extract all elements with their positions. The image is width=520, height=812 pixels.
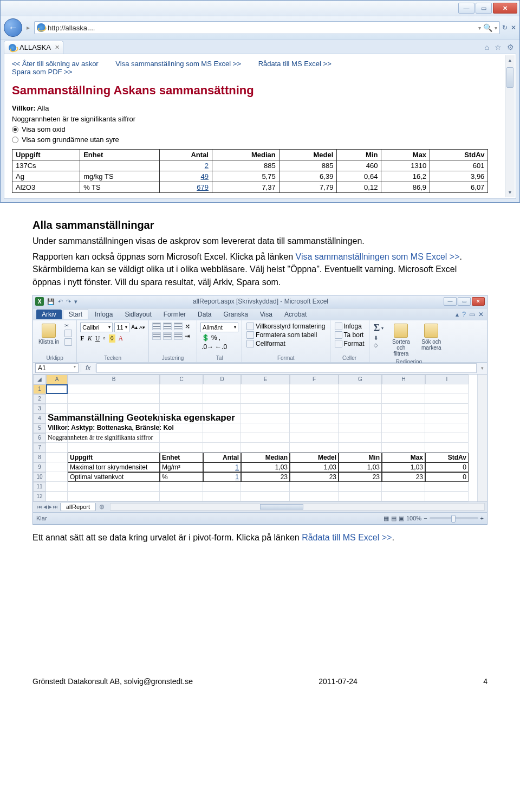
excel-minimize-button[interactable]: — [444, 297, 457, 306]
align-bot-icon[interactable] [174, 323, 183, 330]
help-icon[interactable]: ? [462, 311, 466, 318]
sheet-title-cell[interactable]: Sammanställning Geotekniska egenskaper [46, 414, 68, 423]
align-left-icon[interactable] [152, 332, 161, 340]
fx-icon[interactable]: fx [81, 364, 95, 372]
find-select-button[interactable]: Sök och markera [417, 323, 445, 352]
hdr-cell[interactable]: Antal [203, 453, 241, 462]
data-cell[interactable]: 1,03 [382, 462, 425, 472]
search-icon[interactable]: 🔍 [483, 23, 492, 32]
indent-icon[interactable]: ⇥ [185, 332, 193, 340]
inline-link[interactable]: Visa sammanställningen som MS Excel >> [296, 252, 460, 261]
align-top-icon[interactable] [152, 323, 161, 330]
col-header[interactable]: A [46, 375, 68, 384]
sheet-next-icon[interactable]: ▶ [48, 504, 52, 510]
copy-button[interactable] [63, 330, 73, 337]
autosum-icon[interactable]: Σ [374, 323, 380, 334]
number-format-selector[interactable]: Allmänt▾ [200, 323, 238, 332]
active-cell[interactable] [46, 384, 68, 394]
row-header[interactable]: 7 [33, 443, 46, 453]
ribbon-tab-sidlayout[interactable]: Sidlayout [119, 310, 157, 319]
redo-icon[interactable]: ↷ [66, 298, 71, 305]
villkor-cell[interactable]: Villkor: Asktyp: Bottenaska, Bränsle: Ko… [46, 423, 68, 433]
hdr-cell[interactable]: Enhet [160, 453, 203, 462]
fill-color-icon[interactable]: ◊ [109, 334, 115, 343]
zoom-out-icon[interactable]: − [424, 515, 427, 521]
sheet-horizontal-scrollbar[interactable] [110, 503, 485, 511]
row-header[interactable]: 1 [33, 384, 46, 394]
new-sheet-icon[interactable]: ⊕ [96, 503, 108, 511]
font-size-selector[interactable]: 11▾ [114, 323, 129, 332]
data-cell-link[interactable]: 1 [203, 472, 241, 482]
sheet-first-icon[interactable]: ⏮ [37, 504, 42, 510]
link-raw-excel[interactable]: Rådata till MS Excel >> [258, 60, 332, 68]
col-header[interactable]: H [382, 375, 425, 384]
select-all-corner[interactable]: ◢ [33, 375, 46, 384]
shrink-font-icon[interactable]: A▾ [139, 325, 145, 330]
radio-oxid[interactable]: Visa som oxid [12, 124, 508, 134]
tab-close-icon[interactable]: ✕ [55, 44, 60, 51]
excel-close-button[interactable]: ✕ [472, 297, 485, 306]
dec-decimal-icon[interactable]: ←.0 [215, 343, 227, 351]
data-cell[interactable]: 23 [241, 472, 290, 482]
row-header[interactable]: 4 [33, 414, 46, 423]
excel-maximize-button[interactable]: ▭ [458, 297, 471, 306]
minimize-button[interactable]: — [458, 3, 474, 14]
refresh-icon[interactable]: ↻ [502, 24, 508, 31]
data-cell[interactable]: 1,03 [339, 462, 382, 472]
cell-link[interactable]: 679 [159, 182, 212, 193]
col-header[interactable]: C [160, 375, 203, 384]
sheet-tab[interactable]: allReport [60, 503, 96, 511]
minimize-ribbon-icon[interactable]: ▴ [456, 311, 459, 318]
col-header[interactable]: B [68, 375, 160, 384]
insert-cells-button[interactable]: Infoga [334, 323, 363, 330]
ribbon-tab-granska[interactable]: Granska [218, 310, 253, 319]
home-icon[interactable]: ⌂ [485, 43, 489, 51]
zoom-in-icon[interactable]: + [480, 515, 484, 521]
save-icon[interactable]: 💾 [47, 298, 55, 305]
col-header[interactable]: E [241, 375, 290, 384]
maximize-button[interactable]: ▭ [476, 3, 492, 14]
view-layout-icon[interactable]: ▤ [391, 515, 396, 522]
col-header[interactable]: F [290, 375, 339, 384]
forward-button[interactable]: ▸ [24, 24, 32, 31]
format-painter-button[interactable] [63, 338, 73, 346]
data-cell[interactable]: Optimal vattenkvot [68, 472, 160, 482]
vertical-scrollbar[interactable] [505, 55, 515, 197]
data-cell[interactable]: 23 [339, 472, 382, 482]
data-cell[interactable]: 1,03 [290, 462, 339, 472]
currency-icon[interactable]: 💲 [202, 334, 210, 341]
format-cells-button[interactable]: Format [334, 340, 366, 347]
fill-icon[interactable]: ⬇ [374, 335, 378, 341]
row-header[interactable]: 12 [33, 492, 46, 501]
sheet-prev-icon[interactable]: ◀ [43, 504, 47, 510]
sheet-last-icon[interactable]: ⏭ [53, 504, 58, 510]
view-break-icon[interactable]: ▣ [399, 515, 404, 522]
clear-icon[interactable]: ◇ [374, 342, 378, 348]
worksheet[interactable]: ◢ 1 2 3 4 5 6 7 8 9 10 11 12 A B C D [33, 375, 487, 501]
hdr-cell[interactable]: Max [382, 453, 425, 462]
hdr-cell[interactable]: Medel [290, 453, 339, 462]
font-color-icon[interactable]: A [119, 334, 123, 343]
row-header[interactable]: 9 [33, 462, 46, 472]
ribbon-tab-acrobat[interactable]: Acrobat [279, 310, 312, 319]
col-header[interactable]: D [203, 375, 241, 384]
data-cell[interactable]: 1,03 [241, 462, 290, 472]
grow-font-icon[interactable]: A▴ [131, 324, 138, 330]
search-dropdown-icon[interactable]: ▾ [495, 25, 497, 31]
paste-button[interactable]: Klistra in [36, 323, 61, 346]
ribbon-tab-infoga[interactable]: Infoga [89, 310, 118, 319]
col-header[interactable]: G [339, 375, 382, 384]
data-cell[interactable]: Maximal torr skrymdensitet [68, 462, 160, 472]
hdr-cell[interactable]: Median [241, 453, 290, 462]
close-workbook-icon[interactable]: ✕ [478, 311, 484, 318]
bold-button[interactable]: F [80, 334, 84, 343]
border-icon[interactable]: ▫ [103, 334, 105, 343]
zoom-value[interactable]: 100% [406, 515, 421, 521]
inline-link[interactable]: Rådata till MS Excel >> [302, 533, 392, 542]
conditional-format-button[interactable]: Villkorsstyrd formatering [245, 323, 326, 330]
ribbon-tab-data[interactable]: Data [192, 310, 217, 319]
formula-input[interactable] [96, 363, 477, 373]
address-bar[interactable]: http://allaska.... ▾ 🔍 ▾ [34, 21, 500, 34]
link-save-pdf[interactable]: Spara som PDF >> [12, 68, 72, 76]
col-header[interactable]: I [425, 375, 469, 384]
